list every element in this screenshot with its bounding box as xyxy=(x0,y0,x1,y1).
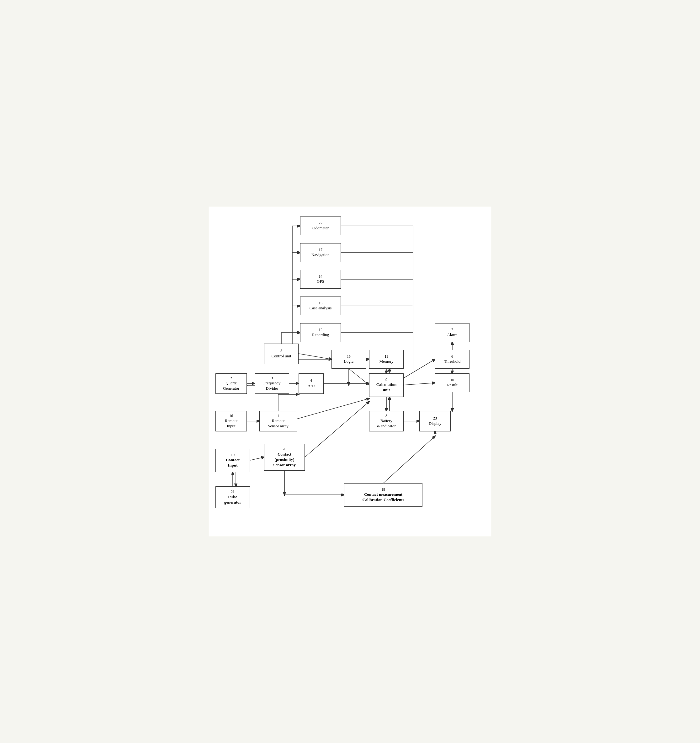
block-label-b11: Memory xyxy=(380,359,394,364)
block-label-b12: Recording xyxy=(312,332,329,337)
block-b14: 14GPS xyxy=(300,270,341,289)
block-b22: 22Odometer xyxy=(300,216,341,235)
block-label-b15: Logic xyxy=(344,359,353,364)
block-label-b2: QuartzGenerator xyxy=(223,380,239,391)
block-b18: 18Contact measurementCalibration Coeffic… xyxy=(344,483,422,507)
block-label-b1: RemoteSensor array xyxy=(268,418,288,429)
block-b12: 12Recording xyxy=(300,323,341,342)
block-num-b4: 4 xyxy=(310,378,312,383)
block-label-b20: Contact(proximity)Sensor array xyxy=(273,452,296,468)
block-b13: 13Case analysis xyxy=(300,296,341,315)
block-b19: 19ContactInput xyxy=(216,449,250,472)
block-label-b22: Odometer xyxy=(312,226,329,231)
block-b21: 21Pulsegenerator xyxy=(216,486,250,508)
block-b2: 2QuartzGenerator xyxy=(216,373,247,394)
block-num-b18: 18 xyxy=(381,487,385,492)
block-num-b14: 14 xyxy=(319,274,322,279)
block-b23: 23Display xyxy=(419,411,451,431)
block-b6: 6Threshold xyxy=(435,350,470,369)
block-b1: 1RemoteSensor array xyxy=(259,411,297,431)
svg-line-38 xyxy=(250,457,264,460)
block-b20: 20Contact(proximity)Sensor array xyxy=(264,444,305,471)
block-b9: 9Calculationunit xyxy=(369,373,404,397)
block-num-b15: 15 xyxy=(347,354,351,359)
block-num-b17: 17 xyxy=(319,247,322,253)
block-label-b19: ContactInput xyxy=(226,457,239,468)
block-num-b22: 22 xyxy=(319,221,322,226)
svg-line-39 xyxy=(305,402,369,457)
block-b8: 8Battery& indicator xyxy=(369,411,404,431)
block-b11: 11Memory xyxy=(369,350,404,369)
block-label-b3: FrequencyDivider xyxy=(263,380,281,391)
svg-line-25 xyxy=(404,359,435,378)
svg-line-42 xyxy=(383,436,435,483)
block-label-b14: GPS xyxy=(317,279,324,284)
block-label-b17: Navigation xyxy=(312,252,329,258)
block-label-b7: Alarm xyxy=(447,332,457,337)
block-label-b21: Pulsegenerator xyxy=(224,494,241,505)
svg-line-28 xyxy=(404,383,435,385)
block-num-b5: 5 xyxy=(281,349,282,354)
block-label-b8: Battery& indicator xyxy=(377,418,396,429)
block-label-b6: Threshold xyxy=(444,359,461,364)
block-label-b9: Calculationunit xyxy=(377,382,396,393)
block-label-b13: Case analysis xyxy=(310,306,331,311)
svg-line-15 xyxy=(298,354,331,359)
block-num-b19: 19 xyxy=(231,453,235,458)
svg-line-34 xyxy=(297,398,369,419)
block-b17: 17Navigation xyxy=(300,243,341,262)
block-num-b8: 8 xyxy=(385,413,387,419)
block-num-b13: 13 xyxy=(319,301,322,306)
diagram-container: 22Odometer17Navigation14GPS13Case analys… xyxy=(209,207,491,536)
block-b4: 4A/D xyxy=(298,373,323,394)
block-b10: 10Result xyxy=(435,373,470,392)
block-b3: 3FrequencyDivider xyxy=(255,373,289,394)
block-label-b18: Contact measurementCalibration Coefficie… xyxy=(362,492,404,503)
block-label-b5: Control unit xyxy=(271,354,291,359)
block-b5: 5Control unit xyxy=(264,343,298,364)
block-b16: 16RemoteInput xyxy=(216,411,247,431)
block-b15: 15Logic xyxy=(331,350,366,369)
block-num-b20: 20 xyxy=(282,447,286,452)
block-b7: 7Alarm xyxy=(435,323,470,342)
block-label-b16: RemoteInput xyxy=(225,418,238,429)
block-num-b9: 9 xyxy=(385,377,387,382)
block-num-b7: 7 xyxy=(451,327,453,333)
block-num-b1: 1 xyxy=(277,413,279,419)
block-label-b23: Display xyxy=(429,421,441,426)
block-label-b10: Result xyxy=(447,382,457,388)
block-num-b16: 16 xyxy=(229,413,233,419)
block-num-b10: 10 xyxy=(450,378,454,383)
block-num-b3: 3 xyxy=(271,376,273,381)
block-label-b4: A/D xyxy=(308,383,315,389)
block-num-b23: 23 xyxy=(433,416,437,421)
block-num-b21: 21 xyxy=(231,490,235,494)
block-num-b11: 11 xyxy=(384,354,388,359)
block-num-b12: 12 xyxy=(319,327,322,333)
block-num-b2: 2 xyxy=(230,376,232,381)
block-num-b6: 6 xyxy=(451,354,453,359)
svg-line-18 xyxy=(349,369,369,385)
